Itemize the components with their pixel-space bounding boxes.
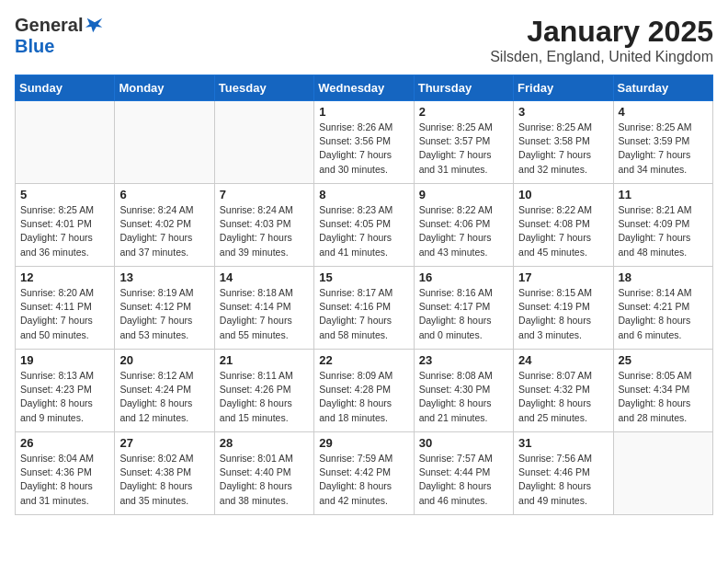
day-number: 15: [319, 270, 408, 284]
day-info: Sunrise: 8:19 AMSunset: 4:12 PMDaylight:…: [119, 286, 209, 342]
calendar-cell: 17Sunrise: 8:15 AMSunset: 4:19 PMDayligh…: [514, 267, 613, 350]
logo: General Blue: [15, 15, 105, 57]
day-number: 24: [518, 353, 608, 367]
calendar-cell: 13Sunrise: 8:19 AMSunset: 4:12 PMDayligh…: [115, 267, 214, 350]
logo-bird-icon: [85, 16, 105, 36]
day-number: 17: [518, 270, 608, 284]
calendar-cell: 11Sunrise: 8:21 AMSunset: 4:09 PMDayligh…: [613, 184, 712, 267]
weekday-header: Monday: [115, 75, 214, 101]
calendar-cell: 25Sunrise: 8:05 AMSunset: 4:34 PMDayligh…: [613, 350, 712, 432]
day-number: 29: [319, 436, 408, 450]
day-number: 18: [619, 270, 708, 284]
calendar-cell: 14Sunrise: 8:18 AMSunset: 4:14 PMDayligh…: [214, 267, 313, 350]
weekday-header: Friday: [514, 75, 613, 101]
calendar-cell: 29Sunrise: 7:59 AMSunset: 4:42 PMDayligh…: [314, 432, 414, 515]
day-info: Sunrise: 8:22 AMSunset: 4:08 PMDaylight:…: [518, 203, 608, 259]
calendar-cell: 2Sunrise: 8:25 AMSunset: 3:57 PMDaylight…: [414, 101, 513, 184]
day-number: 16: [419, 270, 508, 284]
day-number: 12: [20, 270, 109, 284]
calendar-table: SundayMondayTuesdayWednesdayThursdayFrid…: [15, 75, 713, 515]
day-number: 8: [319, 188, 408, 201]
day-number: 5: [20, 188, 109, 201]
logo-blue-text: Blue: [15, 36, 54, 56]
day-info: Sunrise: 8:04 AMSunset: 4:36 PMDaylight:…: [20, 452, 109, 508]
day-number: 23: [419, 353, 508, 367]
day-info: Sunrise: 8:22 AMSunset: 4:06 PMDaylight:…: [419, 203, 508, 259]
calendar-cell: 22Sunrise: 8:09 AMSunset: 4:28 PMDayligh…: [314, 350, 414, 432]
calendar-cell: 23Sunrise: 8:08 AMSunset: 4:30 PMDayligh…: [414, 350, 513, 432]
calendar-cell: 20Sunrise: 8:12 AMSunset: 4:24 PMDayligh…: [115, 350, 214, 432]
day-info: Sunrise: 8:15 AMSunset: 4:19 PMDaylight:…: [518, 286, 608, 342]
calendar-week-row: 5Sunrise: 8:25 AMSunset: 4:01 PMDaylight…: [16, 184, 713, 267]
day-number: 11: [619, 188, 708, 201]
day-info: Sunrise: 8:08 AMSunset: 4:30 PMDaylight:…: [419, 369, 508, 425]
day-info: Sunrise: 8:25 AMSunset: 3:57 PMDaylight:…: [419, 121, 508, 177]
calendar-week-row: 19Sunrise: 8:13 AMSunset: 4:23 PMDayligh…: [16, 350, 713, 432]
day-number: 20: [119, 353, 209, 367]
weekday-header: Tuesday: [214, 75, 313, 101]
day-info: Sunrise: 8:05 AMSunset: 4:34 PMDaylight:…: [619, 369, 708, 425]
weekday-header: Saturday: [613, 75, 712, 101]
calendar-cell: 7Sunrise: 8:24 AMSunset: 4:03 PMDaylight…: [214, 184, 313, 267]
day-number: 2: [419, 105, 508, 119]
day-info: Sunrise: 8:01 AMSunset: 4:40 PMDaylight:…: [220, 452, 309, 508]
calendar-cell: [613, 432, 712, 515]
calendar-week-row: 1Sunrise: 8:26 AMSunset: 3:56 PMDaylight…: [16, 101, 713, 184]
day-number: 21: [220, 353, 309, 367]
day-number: 7: [220, 188, 309, 201]
day-number: 28: [220, 436, 309, 450]
day-info: Sunrise: 8:20 AMSunset: 4:11 PMDaylight:…: [20, 286, 109, 342]
day-info: Sunrise: 8:25 AMSunset: 3:59 PMDaylight:…: [619, 121, 708, 177]
weekday-header: Wednesday: [314, 75, 414, 101]
day-number: 4: [619, 105, 708, 119]
calendar-cell: 26Sunrise: 8:04 AMSunset: 4:36 PMDayligh…: [16, 432, 115, 515]
day-info: Sunrise: 8:25 AMSunset: 4:01 PMDaylight:…: [20, 203, 109, 259]
day-number: 6: [119, 188, 209, 201]
day-info: Sunrise: 8:09 AMSunset: 4:28 PMDaylight:…: [319, 369, 408, 425]
day-info: Sunrise: 8:12 AMSunset: 4:24 PMDaylight:…: [119, 369, 209, 425]
day-info: Sunrise: 8:17 AMSunset: 4:16 PMDaylight:…: [319, 286, 408, 342]
calendar-cell: 5Sunrise: 8:25 AMSunset: 4:01 PMDaylight…: [16, 184, 115, 267]
day-info: Sunrise: 8:14 AMSunset: 4:21 PMDaylight:…: [619, 286, 708, 342]
day-info: Sunrise: 7:56 AMSunset: 4:46 PMDaylight:…: [518, 452, 608, 508]
day-number: 26: [20, 436, 109, 450]
calendar-cell: 10Sunrise: 8:22 AMSunset: 4:08 PMDayligh…: [514, 184, 613, 267]
calendar-cell: [115, 101, 214, 184]
month-title: January 2025: [490, 15, 713, 49]
calendar-cell: 28Sunrise: 8:01 AMSunset: 4:40 PMDayligh…: [214, 432, 313, 515]
calendar-cell: 1Sunrise: 8:26 AMSunset: 3:56 PMDaylight…: [314, 101, 414, 184]
day-number: 3: [518, 105, 608, 119]
weekday-header: Sunday: [16, 75, 115, 101]
day-info: Sunrise: 8:24 AMSunset: 4:03 PMDaylight:…: [220, 203, 309, 259]
calendar-cell: 27Sunrise: 8:02 AMSunset: 4:38 PMDayligh…: [115, 432, 214, 515]
day-number: 27: [119, 436, 209, 450]
day-info: Sunrise: 8:02 AMSunset: 4:38 PMDaylight:…: [119, 452, 209, 508]
calendar-cell: 8Sunrise: 8:23 AMSunset: 4:05 PMDaylight…: [314, 184, 414, 267]
page-header: General Blue January 2025 Silsden, Engla…: [15, 15, 713, 65]
day-info: Sunrise: 8:24 AMSunset: 4:02 PMDaylight:…: [119, 203, 209, 259]
calendar-cell: [214, 101, 313, 184]
calendar-cell: 18Sunrise: 8:14 AMSunset: 4:21 PMDayligh…: [613, 267, 712, 350]
title-block: January 2025 Silsden, England, United Ki…: [490, 15, 713, 65]
logo-general-text: General: [15, 15, 83, 36]
calendar-cell: 24Sunrise: 8:07 AMSunset: 4:32 PMDayligh…: [514, 350, 613, 432]
day-info: Sunrise: 8:21 AMSunset: 4:09 PMDaylight:…: [619, 203, 708, 259]
calendar-cell: 3Sunrise: 8:25 AMSunset: 3:58 PMDaylight…: [514, 101, 613, 184]
calendar-week-row: 12Sunrise: 8:20 AMSunset: 4:11 PMDayligh…: [16, 267, 713, 350]
day-info: Sunrise: 7:59 AMSunset: 4:42 PMDaylight:…: [319, 452, 408, 508]
day-number: 22: [319, 353, 408, 367]
calendar-cell: 6Sunrise: 8:24 AMSunset: 4:02 PMDaylight…: [115, 184, 214, 267]
day-number: 25: [619, 353, 708, 367]
day-info: Sunrise: 8:25 AMSunset: 3:58 PMDaylight:…: [518, 121, 608, 177]
calendar-cell: 19Sunrise: 8:13 AMSunset: 4:23 PMDayligh…: [16, 350, 115, 432]
calendar-cell: 21Sunrise: 8:11 AMSunset: 4:26 PMDayligh…: [214, 350, 313, 432]
day-number: 9: [419, 188, 508, 201]
calendar-cell: 30Sunrise: 7:57 AMSunset: 4:44 PMDayligh…: [414, 432, 513, 515]
day-info: Sunrise: 8:23 AMSunset: 4:05 PMDaylight:…: [319, 203, 408, 259]
day-number: 14: [220, 270, 309, 284]
day-info: Sunrise: 8:11 AMSunset: 4:26 PMDaylight:…: [220, 369, 309, 425]
day-info: Sunrise: 8:18 AMSunset: 4:14 PMDaylight:…: [220, 286, 309, 342]
day-number: 31: [518, 436, 608, 450]
calendar-cell: 31Sunrise: 7:56 AMSunset: 4:46 PMDayligh…: [514, 432, 613, 515]
day-number: 30: [419, 436, 508, 450]
